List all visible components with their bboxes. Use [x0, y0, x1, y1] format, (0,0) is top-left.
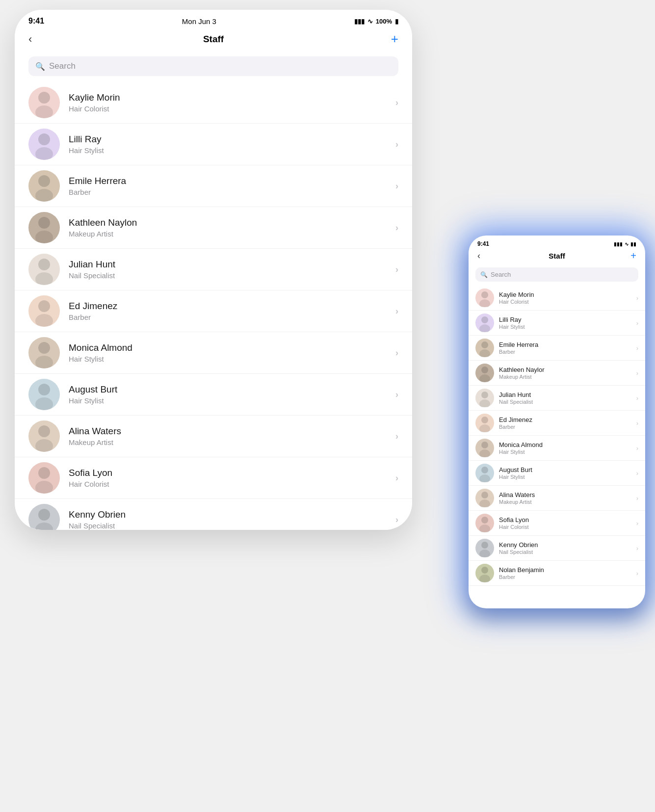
- add-button-small[interactable]: +: [630, 250, 636, 262]
- staff-info: Alina Waters Makeup Artist: [69, 426, 395, 446]
- avatar: [28, 254, 60, 285]
- avatar: [28, 295, 60, 327]
- search-placeholder-large: Search: [49, 61, 76, 71]
- staff-item[interactable]: Kenny Obrien Nail Specialist ›: [15, 499, 412, 530]
- staff-name: Kaylie Morin: [69, 92, 395, 103]
- search-icon-small: 🔍: [480, 271, 488, 278]
- staff-item-small[interactable]: Alina Waters Makeup Artist ›: [469, 486, 645, 511]
- staff-name-small: Nolan Benjamin: [499, 566, 636, 574]
- staff-item-small[interactable]: Kenny Obrien Nail Specialist ›: [469, 536, 645, 561]
- chevron-icon-small: ›: [636, 545, 638, 552]
- staff-item-small[interactable]: Kathleen Naylor Makeup Artist ›: [469, 361, 645, 386]
- staff-info: Julian Hunt Nail Specialist: [69, 259, 395, 280]
- staff-item-small[interactable]: August Burt Hair Stylist ›: [469, 461, 645, 486]
- svg-point-34: [481, 442, 488, 448]
- avatar-small: [475, 439, 494, 457]
- staff-name: Kenny Obrien: [69, 509, 395, 520]
- avatar: [28, 420, 60, 452]
- battery-icon-sm: ▮▮: [630, 241, 636, 247]
- staff-item-small[interactable]: Julian Hunt Nail Specialist ›: [469, 386, 645, 411]
- staff-info-small: Lilli Ray Hair Stylist: [499, 316, 636, 330]
- avatar-small: [475, 464, 494, 482]
- staff-item[interactable]: August Burt Hair Stylist ›: [15, 374, 412, 416]
- staff-item[interactable]: Julian Hunt Nail Specialist ›: [15, 249, 412, 290]
- nav-bar-large: ‹ Staff +: [15, 29, 412, 52]
- staff-item[interactable]: Lilli Ray Hair Stylist ›: [15, 124, 412, 165]
- back-button-large[interactable]: ‹: [28, 33, 32, 46]
- staff-item-small[interactable]: Emile Herrera Barber ›: [469, 336, 645, 361]
- staff-role-small: Makeup Artist: [499, 374, 636, 380]
- svg-point-37: [479, 474, 490, 482]
- staff-item-small[interactable]: Kaylie Morin Hair Colorist ›: [469, 286, 645, 311]
- chevron-icon-small: ›: [636, 570, 638, 577]
- svg-point-9: [35, 272, 53, 285]
- staff-role-small: Barber: [499, 424, 636, 430]
- chevron-icon-small: ›: [636, 419, 638, 427]
- svg-point-0: [38, 92, 50, 104]
- staff-item-small[interactable]: Monica Almond Hair Stylist ›: [469, 436, 645, 461]
- staff-name-small: Kaylie Morin: [499, 291, 636, 298]
- staff-item[interactable]: Emile Herrera Barber ›: [15, 165, 412, 207]
- staff-item-small[interactable]: Ed Jimenez Barber ›: [469, 411, 645, 436]
- staff-item[interactable]: Kathleen Naylon Makeup Artist ›: [15, 207, 412, 249]
- chevron-icon-small: ›: [636, 495, 638, 502]
- staff-info-small: Ed Jimenez Barber: [499, 416, 636, 430]
- search-bar-large[interactable]: 🔍 Search: [28, 56, 398, 76]
- svg-point-44: [481, 567, 488, 574]
- chevron-icon-small: ›: [636, 470, 638, 477]
- svg-point-39: [479, 499, 490, 507]
- svg-point-2: [38, 133, 50, 145]
- avatar-small: [475, 414, 494, 432]
- staff-item[interactable]: Kaylie Morin Hair Colorist ›: [15, 82, 412, 124]
- svg-point-40: [481, 517, 488, 524]
- svg-point-17: [35, 439, 53, 452]
- staff-item-small[interactable]: Lilli Ray Hair Stylist ›: [469, 311, 645, 336]
- svg-point-7: [35, 231, 53, 243]
- staff-info: Kathleen Naylon Makeup Artist: [69, 217, 395, 238]
- svg-point-10: [38, 300, 50, 312]
- staff-info-small: August Burt Hair Stylist: [499, 466, 636, 480]
- chevron-icon: ›: [395, 431, 398, 442]
- svg-point-8: [38, 259, 50, 270]
- staff-name: Sofia Lyon: [69, 468, 395, 478]
- svg-point-20: [38, 509, 50, 521]
- staff-role-small: Barber: [499, 574, 636, 580]
- svg-point-43: [479, 550, 490, 557]
- page-title-large: Staff: [203, 34, 224, 45]
- staff-item[interactable]: Ed Jimenez Barber ›: [15, 290, 412, 332]
- svg-point-23: [479, 299, 490, 307]
- staff-item[interactable]: Monica Almond Hair Stylist ›: [15, 332, 412, 374]
- back-button-small[interactable]: ‹: [477, 251, 480, 261]
- staff-role: Makeup Artist: [69, 230, 395, 238]
- svg-point-27: [479, 349, 490, 357]
- staff-info-small: Kenny Obrien Nail Specialist: [499, 541, 636, 555]
- svg-point-21: [35, 523, 53, 530]
- staff-item-small[interactable]: Sofia Lyon Hair Colorist ›: [469, 511, 645, 536]
- avatar: [28, 462, 60, 494]
- avatar-small: [475, 564, 494, 582]
- chevron-icon: ›: [395, 264, 398, 275]
- svg-point-6: [38, 217, 50, 229]
- staff-item[interactable]: Sofia Lyon Hair Colorist ›: [15, 457, 412, 499]
- wifi-icon: ∿: [367, 18, 373, 25]
- staff-item[interactable]: Alina Waters Makeup Artist ›: [15, 416, 412, 457]
- search-bar-small[interactable]: 🔍 Search: [475, 267, 638, 282]
- chevron-icon-small: ›: [636, 369, 638, 377]
- add-button-large[interactable]: +: [391, 31, 398, 47]
- svg-point-13: [35, 356, 53, 368]
- staff-name-small: August Burt: [499, 466, 636, 473]
- staff-role: Hair Stylist: [69, 396, 395, 405]
- chevron-icon-small: ›: [636, 520, 638, 527]
- staff-name-small: Sofia Lyon: [499, 516, 636, 524]
- avatar-small: [475, 539, 494, 557]
- status-icons-small: ▮▮▮ ∿ ▮▮: [614, 241, 636, 247]
- staff-info-small: Julian Hunt Nail Specialist: [499, 391, 636, 405]
- staff-name: Julian Hunt: [69, 259, 395, 270]
- chevron-icon: ›: [395, 473, 398, 483]
- svg-point-30: [481, 392, 488, 398]
- svg-point-42: [481, 542, 488, 549]
- staff-name: Lilli Ray: [69, 134, 395, 145]
- staff-item-small[interactable]: Nolan Benjamin Barber ›: [469, 561, 645, 586]
- staff-name-small: Alina Waters: [499, 491, 636, 498]
- svg-point-3: [35, 147, 53, 160]
